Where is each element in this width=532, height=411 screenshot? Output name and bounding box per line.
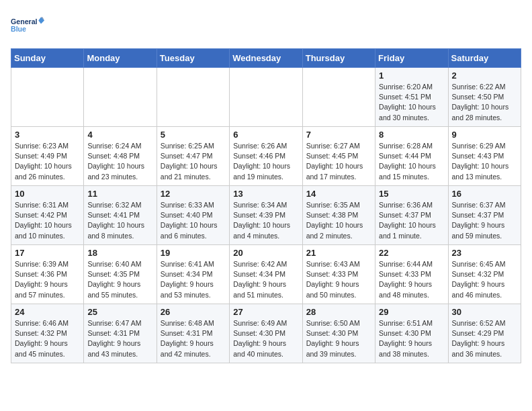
calendar-day-cell: 5Sunrise: 6:25 AM Sunset: 4:47 PM Daylig… xyxy=(157,127,229,186)
calendar-day-cell: 20Sunrise: 6:42 AM Sunset: 4:34 PM Dayli… xyxy=(230,245,302,304)
calendar-day-cell: 17Sunrise: 6:39 AM Sunset: 4:36 PM Dayli… xyxy=(11,245,84,304)
day-number: 16 xyxy=(452,189,517,199)
calendar-week-row: 17Sunrise: 6:39 AM Sunset: 4:36 PM Dayli… xyxy=(11,245,521,304)
calendar-day-cell: 8Sunrise: 6:28 AM Sunset: 4:44 PM Daylig… xyxy=(375,127,448,186)
day-number: 8 xyxy=(379,130,444,140)
day-number: 23 xyxy=(452,248,517,258)
day-info: Sunrise: 6:46 AM Sunset: 4:32 PM Dayligh… xyxy=(15,318,80,359)
weekday-header-wednesday: Wednesday xyxy=(230,49,302,68)
calendar-day-cell: 1Sunrise: 6:20 AM Sunset: 4:51 PM Daylig… xyxy=(375,68,448,127)
calendar-day-cell: 10Sunrise: 6:31 AM Sunset: 4:42 PM Dayli… xyxy=(11,186,84,245)
day-info: Sunrise: 6:52 AM Sunset: 4:29 PM Dayligh… xyxy=(452,318,517,359)
day-number: 4 xyxy=(87,130,152,140)
weekday-header-sunday: Sunday xyxy=(11,49,84,68)
calendar-day-cell: 6Sunrise: 6:26 AM Sunset: 4:46 PM Daylig… xyxy=(230,127,302,186)
day-number: 2 xyxy=(452,71,517,81)
calendar-day-cell: 29Sunrise: 6:51 AM Sunset: 4:30 PM Dayli… xyxy=(375,304,448,363)
logo-svg: General Blue xyxy=(11,11,44,40)
calendar-day-cell: 13Sunrise: 6:34 AM Sunset: 4:39 PM Dayli… xyxy=(230,186,302,245)
day-info: Sunrise: 6:51 AM Sunset: 4:30 PM Dayligh… xyxy=(379,318,444,359)
day-number: 14 xyxy=(306,189,371,199)
day-number: 9 xyxy=(452,130,517,140)
day-number: 17 xyxy=(15,248,80,258)
weekday-header-saturday: Saturday xyxy=(448,49,521,68)
day-info: Sunrise: 6:47 AM Sunset: 4:31 PM Dayligh… xyxy=(87,318,152,359)
day-number: 5 xyxy=(161,130,226,140)
day-info: Sunrise: 6:50 AM Sunset: 4:30 PM Dayligh… xyxy=(306,318,371,359)
logo: General Blue xyxy=(11,11,44,40)
day-info: Sunrise: 6:37 AM Sunset: 4:37 PM Dayligh… xyxy=(452,200,517,241)
day-number: 25 xyxy=(87,307,152,317)
calendar-day-cell: 27Sunrise: 6:49 AM Sunset: 4:30 PM Dayli… xyxy=(230,304,302,363)
day-info: Sunrise: 6:43 AM Sunset: 4:33 PM Dayligh… xyxy=(306,259,371,300)
empty-day-cell xyxy=(84,68,157,127)
day-info: Sunrise: 6:44 AM Sunset: 4:33 PM Dayligh… xyxy=(379,259,444,300)
day-info: Sunrise: 6:49 AM Sunset: 4:30 PM Dayligh… xyxy=(233,318,298,359)
day-number: 12 xyxy=(161,189,226,199)
day-info: Sunrise: 6:20 AM Sunset: 4:51 PM Dayligh… xyxy=(379,82,444,123)
day-number: 30 xyxy=(452,307,517,317)
day-info: Sunrise: 6:27 AM Sunset: 4:45 PM Dayligh… xyxy=(306,141,371,182)
calendar-week-row: 1Sunrise: 6:20 AM Sunset: 4:51 PM Daylig… xyxy=(11,68,521,127)
day-info: Sunrise: 6:42 AM Sunset: 4:34 PM Dayligh… xyxy=(233,259,298,300)
day-info: Sunrise: 6:48 AM Sunset: 4:31 PM Dayligh… xyxy=(161,318,226,359)
calendar-day-cell: 11Sunrise: 6:32 AM Sunset: 4:41 PM Dayli… xyxy=(84,186,157,245)
calendar-day-cell: 19Sunrise: 6:41 AM Sunset: 4:34 PM Dayli… xyxy=(157,245,229,304)
day-number: 18 xyxy=(87,248,152,258)
calendar-day-cell: 9Sunrise: 6:29 AM Sunset: 4:43 PM Daylig… xyxy=(448,127,521,186)
empty-day-cell xyxy=(302,68,375,127)
day-info: Sunrise: 6:34 AM Sunset: 4:39 PM Dayligh… xyxy=(233,200,298,241)
day-number: 11 xyxy=(87,189,152,199)
day-info: Sunrise: 6:29 AM Sunset: 4:43 PM Dayligh… xyxy=(452,141,517,182)
calendar-day-cell: 12Sunrise: 6:33 AM Sunset: 4:40 PM Dayli… xyxy=(157,186,229,245)
day-number: 20 xyxy=(233,248,298,258)
day-number: 3 xyxy=(15,130,80,140)
weekday-header-row: SundayMondayTuesdayWednesdayThursdayFrid… xyxy=(11,49,521,68)
empty-day-cell xyxy=(230,68,302,127)
day-number: 6 xyxy=(233,130,298,140)
empty-day-cell xyxy=(157,68,229,127)
day-info: Sunrise: 6:33 AM Sunset: 4:40 PM Dayligh… xyxy=(161,200,226,241)
day-number: 10 xyxy=(15,189,80,199)
calendar-table: SundayMondayTuesdayWednesdayThursdayFrid… xyxy=(11,48,521,363)
day-number: 29 xyxy=(379,307,444,317)
calendar-day-cell: 7Sunrise: 6:27 AM Sunset: 4:45 PM Daylig… xyxy=(302,127,375,186)
day-info: Sunrise: 6:23 AM Sunset: 4:49 PM Dayligh… xyxy=(15,141,80,182)
calendar-day-cell: 22Sunrise: 6:44 AM Sunset: 4:33 PM Dayli… xyxy=(375,245,448,304)
calendar-day-cell: 24Sunrise: 6:46 AM Sunset: 4:32 PM Dayli… xyxy=(11,304,84,363)
svg-text:General: General xyxy=(11,17,38,26)
calendar-day-cell: 14Sunrise: 6:35 AM Sunset: 4:38 PM Dayli… xyxy=(302,186,375,245)
calendar-week-row: 24Sunrise: 6:46 AM Sunset: 4:32 PM Dayli… xyxy=(11,304,521,363)
day-info: Sunrise: 6:40 AM Sunset: 4:35 PM Dayligh… xyxy=(87,259,152,300)
day-info: Sunrise: 6:22 AM Sunset: 4:50 PM Dayligh… xyxy=(452,82,517,123)
day-number: 21 xyxy=(306,248,371,258)
weekday-header-thursday: Thursday xyxy=(302,49,375,68)
weekday-header-friday: Friday xyxy=(375,49,448,68)
svg-text:Blue: Blue xyxy=(11,25,26,33)
day-info: Sunrise: 6:32 AM Sunset: 4:41 PM Dayligh… xyxy=(87,200,152,241)
page-header: General Blue xyxy=(11,11,521,40)
calendar-day-cell: 3Sunrise: 6:23 AM Sunset: 4:49 PM Daylig… xyxy=(11,127,84,186)
day-number: 19 xyxy=(161,248,226,258)
empty-day-cell xyxy=(11,68,84,127)
calendar-day-cell: 26Sunrise: 6:48 AM Sunset: 4:31 PM Dayli… xyxy=(157,304,229,363)
calendar-day-cell: 23Sunrise: 6:45 AM Sunset: 4:32 PM Dayli… xyxy=(448,245,521,304)
day-info: Sunrise: 6:31 AM Sunset: 4:42 PM Dayligh… xyxy=(15,200,80,241)
day-info: Sunrise: 6:24 AM Sunset: 4:48 PM Dayligh… xyxy=(87,141,152,182)
day-number: 28 xyxy=(306,307,371,317)
weekday-header-monday: Monday xyxy=(84,49,157,68)
day-number: 26 xyxy=(161,307,226,317)
day-number: 24 xyxy=(15,307,80,317)
calendar-day-cell: 30Sunrise: 6:52 AM Sunset: 4:29 PM Dayli… xyxy=(448,304,521,363)
calendar-day-cell: 2Sunrise: 6:22 AM Sunset: 4:50 PM Daylig… xyxy=(448,68,521,127)
day-number: 15 xyxy=(379,189,444,199)
day-number: 1 xyxy=(379,71,444,81)
calendar-day-cell: 4Sunrise: 6:24 AM Sunset: 4:48 PM Daylig… xyxy=(84,127,157,186)
day-number: 7 xyxy=(306,130,371,140)
day-info: Sunrise: 6:39 AM Sunset: 4:36 PM Dayligh… xyxy=(15,259,80,300)
weekday-header-tuesday: Tuesday xyxy=(157,49,229,68)
day-info: Sunrise: 6:45 AM Sunset: 4:32 PM Dayligh… xyxy=(452,259,517,300)
day-info: Sunrise: 6:28 AM Sunset: 4:44 PM Dayligh… xyxy=(379,141,444,182)
calendar-week-row: 3Sunrise: 6:23 AM Sunset: 4:49 PM Daylig… xyxy=(11,127,521,186)
day-number: 22 xyxy=(379,248,444,258)
